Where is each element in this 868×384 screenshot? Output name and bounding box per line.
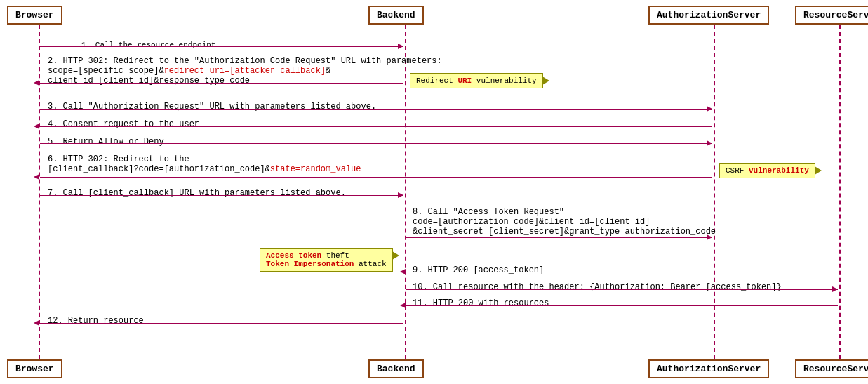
participant-authserver-top: AuthorizationServer bbox=[648, 6, 769, 25]
step3-arrow bbox=[40, 109, 712, 110]
step8-arrowhead bbox=[707, 234, 712, 240]
step6-arrow bbox=[40, 177, 712, 178]
lifeline-browser bbox=[39, 25, 40, 359]
step10-arrowhead bbox=[832, 286, 838, 292]
lifeline-resourceserver bbox=[839, 25, 841, 359]
step11-arrowhead bbox=[400, 303, 406, 308]
step6-arrowhead bbox=[34, 174, 39, 180]
step2-arrowhead bbox=[34, 80, 39, 86]
step2-label: 2. HTTP 302: Redirect to the "Authorizat… bbox=[48, 56, 442, 86]
step1-arrow bbox=[40, 46, 403, 47]
sequence-diagram: Browser Backend AuthorizationServer Reso… bbox=[0, 0, 868, 384]
participant-browser-bottom: Browser bbox=[7, 359, 62, 378]
step4-arrowhead bbox=[34, 124, 39, 129]
lifeline-authserver bbox=[714, 25, 715, 359]
participant-browser-top: Browser bbox=[7, 6, 62, 25]
step7-arrowhead bbox=[398, 192, 403, 198]
step3-label: 3. Call "Authorization Request" URL with… bbox=[48, 102, 376, 112]
step11-arrow bbox=[406, 305, 838, 306]
step8-arrow bbox=[406, 237, 712, 238]
step12-label: 12. Return resource bbox=[48, 316, 144, 326]
step3-arrowhead bbox=[707, 106, 712, 112]
step4-arrow bbox=[40, 126, 712, 127]
step7-label: 7. Call [client_callback] URL with param… bbox=[48, 188, 346, 198]
step5-label: 5. Return Allow or Deny bbox=[48, 137, 164, 147]
step10-label: 10. Call resource with the header: {Auth… bbox=[413, 282, 782, 292]
step1-arrowhead bbox=[398, 44, 403, 49]
step6-label: 6. HTTP 302: Redirect to the [client_cal… bbox=[48, 154, 361, 174]
participant-resourceserver-bottom: ResourceServer bbox=[795, 359, 868, 378]
step5-arrowhead bbox=[707, 140, 712, 146]
step5-arrow bbox=[40, 143, 712, 144]
step9-arrowhead bbox=[400, 269, 406, 274]
step12-arrowhead bbox=[34, 320, 39, 326]
csrf-note: CSRF vulnerability bbox=[719, 163, 815, 178]
step2-arrow bbox=[40, 83, 403, 84]
participant-backend-top: Backend bbox=[368, 6, 424, 25]
step10-arrow bbox=[406, 289, 838, 290]
redirect-uri-note: Redirect URI vulnerability bbox=[410, 73, 543, 88]
step11-label: 11. HTTP 200 with resources bbox=[413, 298, 549, 308]
step9-label: 9. HTTP 200 [access_token] bbox=[413, 265, 544, 275]
step7-arrow bbox=[40, 195, 403, 196]
step9-arrow bbox=[406, 272, 712, 272]
participant-authserver-bottom: AuthorizationServer bbox=[648, 359, 769, 378]
participant-resourceserver-top: ResourceServer bbox=[795, 6, 868, 25]
step4-label: 4. Consent request to the user bbox=[48, 119, 199, 129]
participant-backend-bottom: Backend bbox=[368, 359, 424, 378]
token-theft-note: Access token theft Token Impersonation a… bbox=[260, 248, 393, 272]
step8-label: 8. Call "Access Token Request" code=[aut… bbox=[413, 207, 716, 237]
step12-arrow bbox=[40, 323, 403, 324]
